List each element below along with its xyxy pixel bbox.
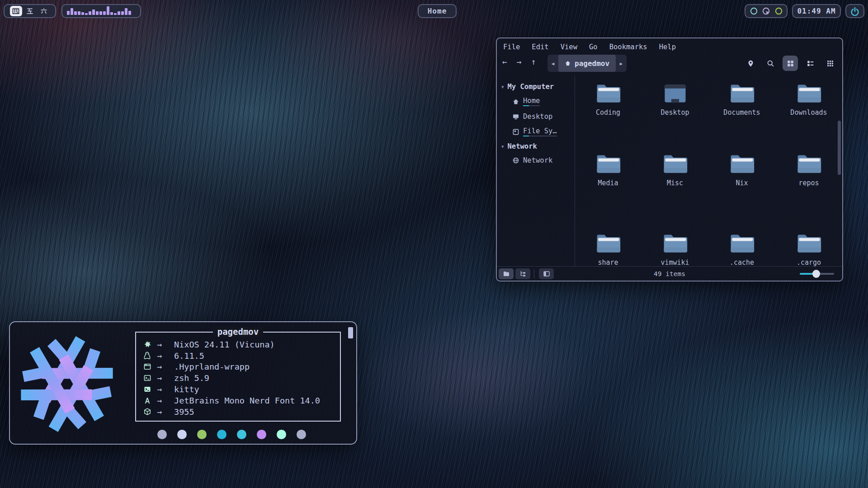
visualizer-bar xyxy=(110,12,113,15)
folder-vimwiki[interactable]: vimwiki xyxy=(642,233,708,267)
fetch-value: NixOS 24.11 (Vicuna) xyxy=(174,340,275,349)
workspace-button-ws5[interactable] xyxy=(24,6,36,16)
folder-icon xyxy=(796,153,822,174)
folder-label: .cargo xyxy=(775,258,842,267)
sidebar-section-label: My Computer xyxy=(508,83,554,91)
folder-grid: CodingDesktopDocumentsDownloadsMediaMisc… xyxy=(575,75,836,266)
sidebar-section-my-computer[interactable]: ▾My Computer xyxy=(497,80,575,94)
arrow-icon: → xyxy=(157,385,174,394)
tab-pagedmov[interactable]: pagedmov xyxy=(558,55,616,72)
menu-help[interactable]: Help xyxy=(659,43,676,51)
statusbar-buttons xyxy=(497,268,554,279)
sidebar-item-network[interactable]: Network xyxy=(497,153,575,168)
folder-label: Misc xyxy=(642,179,708,187)
menu-bookmarks[interactable]: Bookmarks xyxy=(609,43,647,51)
toolbar: ← → ↑ ◂ pagedmov ▸ xyxy=(497,54,842,74)
workspace-button-ws4[interactable] xyxy=(10,6,22,16)
search-icon xyxy=(767,60,774,67)
folder-icon xyxy=(595,233,621,254)
tree-button[interactable] xyxy=(515,268,530,279)
visualizer-bar xyxy=(96,11,99,15)
arrow-icon: → xyxy=(157,340,174,349)
menu-edit[interactable]: Edit xyxy=(532,43,548,51)
workspace-button-ws6[interactable] xyxy=(38,6,50,16)
folder-icon xyxy=(662,153,688,174)
teal-ring-icon[interactable] xyxy=(750,7,758,15)
search-button[interactable] xyxy=(763,56,778,71)
sidebar-item-home[interactable]: Home xyxy=(497,94,575,109)
sidebar-section-network[interactable]: ▾Network xyxy=(497,140,575,153)
folder-repos[interactable]: repos xyxy=(775,153,842,187)
sidebar-item-desktop[interactable]: Desktop xyxy=(497,109,575,124)
visualizer-bar xyxy=(107,6,109,15)
sidebar-item-filesy[interactable]: File Sy… xyxy=(497,124,575,140)
palette-dot-2 xyxy=(197,430,207,439)
tree-icon xyxy=(519,270,527,277)
tab-strip: ◂ pagedmov ▸ xyxy=(547,55,627,72)
toggle-panel-icon xyxy=(543,270,550,277)
palette-dot-3 xyxy=(217,430,226,439)
folder-nix[interactable]: Nix xyxy=(708,153,775,187)
arrow-icon: → xyxy=(157,362,174,371)
view-list-button[interactable] xyxy=(802,56,818,71)
palette-dot-7 xyxy=(297,430,306,439)
toggle-panel-button[interactable] xyxy=(539,268,554,279)
nixos-logo xyxy=(16,333,118,435)
menu-go[interactable]: Go xyxy=(589,43,598,51)
statusbar-separator xyxy=(534,269,534,278)
scrollbar-thumb[interactable] xyxy=(838,121,841,175)
sidebar-item-label: File Sy… xyxy=(523,127,557,136)
fetch-value: zsh 5.9 xyxy=(174,373,209,383)
visualizer-bar xyxy=(121,11,124,15)
power-button[interactable] xyxy=(845,4,864,18)
arrow-icon: → xyxy=(157,396,174,405)
folder-label: repos xyxy=(775,179,842,187)
wm-icon xyxy=(143,363,157,371)
tab-scroll-right-button[interactable]: ▸ xyxy=(616,60,627,67)
view-grid-button[interactable] xyxy=(783,56,798,71)
places-icon xyxy=(503,270,510,277)
lavender-pie-ring-icon[interactable] xyxy=(762,7,770,15)
visualizer-bar xyxy=(71,8,73,15)
folder-coding[interactable]: Coding xyxy=(575,83,642,117)
mount-indicator xyxy=(523,105,529,106)
tab-scroll-left-button[interactable]: ◂ xyxy=(547,60,558,67)
folder-misc[interactable]: Misc xyxy=(642,153,708,187)
folder-share[interactable]: share xyxy=(575,233,642,267)
forward-button[interactable]: → xyxy=(517,57,522,66)
fetch-value: 6.11.5 xyxy=(174,351,204,361)
arrow-icon: → xyxy=(157,351,174,361)
visualizer-bar xyxy=(92,9,95,15)
shell-icon xyxy=(143,374,157,382)
green-ring-icon[interactable] xyxy=(774,7,783,15)
folder-cargo[interactable]: .cargo xyxy=(775,233,842,267)
folder-media[interactable]: Media xyxy=(575,153,642,187)
terminal-window: pagedmov →NixOS 24.11 (Vicuna)→6.11.5→.H… xyxy=(9,321,357,445)
palette-dot-6 xyxy=(277,430,286,439)
workspace-glyph-icon xyxy=(40,7,48,15)
folder-label: Media xyxy=(575,179,642,187)
view-buttons xyxy=(743,56,838,71)
menu-file[interactable]: File xyxy=(503,43,520,51)
file-manager-body: ▾My ComputerHomeDesktopFile Sy…▾NetworkN… xyxy=(497,75,842,266)
places-button[interactable] xyxy=(499,268,514,279)
zoom-slider[interactable] xyxy=(800,273,834,275)
kernel-icon xyxy=(143,352,157,360)
location-pin-button[interactable] xyxy=(743,56,758,71)
folder-cache[interactable]: .cache xyxy=(708,233,775,267)
menu-bar: FileEditViewGoBookmarksHelp xyxy=(497,38,842,54)
sidebar-section-label: Network xyxy=(508,142,537,150)
desktop: { "topbar": { "workspaces": [ {"id": "ws… xyxy=(0,0,868,488)
folder-desktop[interactable]: Desktop xyxy=(642,83,708,117)
view-compact-button[interactable] xyxy=(822,56,838,71)
desktop-icon xyxy=(512,113,519,120)
visualizer-bar xyxy=(81,12,84,15)
caret-down-icon: ▾ xyxy=(501,84,504,90)
up-button[interactable]: ↑ xyxy=(531,57,536,66)
visualizer-bar xyxy=(85,13,88,15)
back-button[interactable]: ← xyxy=(502,57,507,66)
folder-downloads[interactable]: Downloads xyxy=(775,83,842,117)
menu-view[interactable]: View xyxy=(561,43,577,51)
fetch-value: kitty xyxy=(174,385,199,394)
folder-documents[interactable]: Documents xyxy=(708,83,775,117)
